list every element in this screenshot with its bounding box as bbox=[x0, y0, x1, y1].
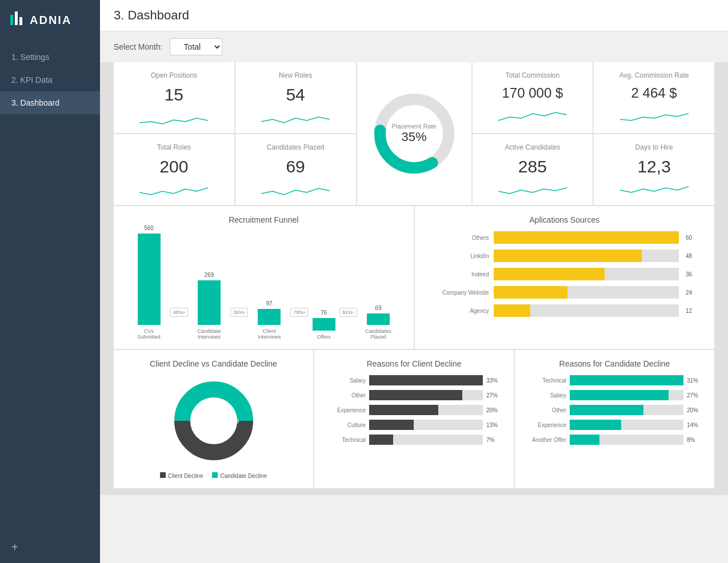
kpi-avg-commission-title: Avg. Commission Rate bbox=[605, 71, 703, 79]
kpi-avg-commission: Avg. Commission Rate 2 464 $ bbox=[594, 62, 714, 133]
cand-reason-another-offer: Another Offer 8% bbox=[526, 435, 703, 445]
source-linkedin: LinkdIn 48 bbox=[432, 250, 698, 262]
kpi-total-commission-value: 170 000 $ bbox=[484, 85, 582, 101]
kpi-total-roles-value: 200 bbox=[125, 157, 223, 176]
kpi-open-positions-title: Open Positions bbox=[125, 71, 223, 79]
donut-title: Placement Rate bbox=[391, 123, 436, 130]
cand-reason-other: Other 20% bbox=[526, 405, 703, 415]
reasons-candidate-title: Reasons for Candidate Decline bbox=[526, 359, 703, 368]
kpi-new-roles: New Roles 54 bbox=[235, 62, 356, 133]
kpi-active-candidates: Active Candidates 285 bbox=[473, 134, 593, 205]
decline-legend: Client Decline Candidate Decline bbox=[160, 472, 267, 479]
donut-label: Placement Rate 35% bbox=[391, 123, 436, 144]
reasons-candidate-card: Reasons for Candidate Decline Technical … bbox=[515, 350, 714, 488]
kpi-new-roles-value: 54 bbox=[247, 85, 345, 104]
kpi-new-roles-title: New Roles bbox=[247, 71, 345, 79]
reasons-client-chart: Salary 33% Other 27% Experience bbox=[326, 375, 502, 445]
source-indeed: Indeed 36 bbox=[432, 268, 698, 280]
funnel-bar-offers: 76 Offers bbox=[313, 309, 335, 340]
arrow-2: 36%› bbox=[230, 308, 248, 340]
sidebar: ADNIA 1. Settings 2. KPI Data 3. Dashboa… bbox=[0, 0, 100, 563]
kpi-placement-rate: Placement Rate 35% bbox=[357, 62, 471, 205]
add-button[interactable]: + bbox=[0, 532, 100, 563]
kpi-avg-commission-value: 2 464 $ bbox=[605, 85, 703, 101]
source-company-website: Company Website 24 bbox=[432, 286, 698, 299]
kpi-candidates-placed-title: Candidates Placed bbox=[247, 143, 345, 151]
kpi-total-roles: Total Roles 200 bbox=[114, 134, 234, 205]
sidebar-item-settings[interactable]: 1. Settings bbox=[0, 46, 100, 69]
donut-chart: Placement Rate 35% bbox=[369, 88, 460, 179]
svg-rect-0 bbox=[10, 15, 13, 25]
kpi-section: Open Positions 15 New Roles 54 Placement bbox=[100, 62, 728, 205]
decline-donut-card: Client Decline vs Candidate Decline 50% … bbox=[114, 350, 313, 488]
kpi-total-commission: Total Commission 170 000 $ bbox=[473, 62, 593, 133]
reasons-client-title: Reasons for Client Decline bbox=[326, 359, 502, 368]
reason-culture: Culture 13% bbox=[326, 420, 502, 430]
reason-technical: Technical 7% bbox=[326, 435, 502, 445]
decline-donut-wrap: 50% 50% Client Decline Candidate Decline bbox=[125, 375, 302, 479]
kpi-days-to-hire: Days to Hire 12,3 bbox=[594, 134, 714, 205]
source-agency: Agency 12 bbox=[432, 304, 698, 317]
kpi-active-candidates-value: 285 bbox=[484, 157, 582, 176]
cand-reason-experience: Experience 14% bbox=[526, 420, 703, 430]
kpi-days-to-hire-value: 12,3 bbox=[605, 157, 703, 176]
reasons-candidate-chart: Technical 31% Salary 27% Other bbox=[526, 375, 703, 445]
kpi-active-candidates-title: Active Candidates bbox=[484, 143, 582, 151]
funnel-title: Recruitment Funnel bbox=[125, 215, 402, 224]
nav-menu: 1. Settings 2. KPI Data 3. Dashboard bbox=[0, 46, 100, 114]
main-content: 3. Dashboard Select Month: Total Open Po… bbox=[100, 0, 728, 563]
reason-other: Other 27% bbox=[326, 390, 502, 400]
app-sources-title: Aplications Sources bbox=[426, 215, 703, 224]
kpi-total-roles-title: Total Roles bbox=[125, 143, 223, 151]
svg-text:50%: 50% bbox=[225, 417, 239, 425]
funnel-bar-client-interviews: 97 Client Interviews bbox=[252, 300, 286, 340]
reason-experience: Experience 20% bbox=[326, 405, 502, 415]
svg-rect-2 bbox=[19, 17, 22, 25]
funnel-bar-interviews: 269 Candidate Interviews bbox=[192, 272, 226, 340]
bottom-section: Client Decline vs Candidate Decline 50% … bbox=[100, 349, 728, 495]
sparkline-new-roles bbox=[247, 110, 345, 127]
recruitment-funnel-card: Recruitment Funnel 560 CVs Submitted 48%… bbox=[114, 206, 414, 349]
decline-title: Client Decline vs Candidate Decline bbox=[125, 359, 302, 368]
sparkline-candidates-placed bbox=[247, 182, 345, 199]
reasons-client-card: Reasons for Client Decline Salary 33% Ot… bbox=[314, 350, 514, 488]
kpi-total-commission-title: Total Commission bbox=[484, 71, 582, 79]
source-others: Others 60 bbox=[432, 231, 698, 244]
funnel-bar-placed: 69 Candidates Placed bbox=[361, 305, 395, 340]
sidebar-item-dashboard[interactable]: 3. Dashboard bbox=[0, 91, 100, 114]
month-select[interactable]: Total bbox=[170, 38, 222, 55]
kpi-candidates-placed: Candidates Placed 69 bbox=[235, 134, 356, 205]
sparkline-total-roles bbox=[125, 182, 223, 199]
svg-rect-1 bbox=[15, 11, 18, 25]
brand-name: ADNIA bbox=[30, 14, 71, 27]
reason-salary: Salary 33% bbox=[326, 375, 502, 385]
arrow-1: 48%› bbox=[170, 308, 188, 340]
donut-value: 35% bbox=[391, 130, 436, 144]
sidebar-item-kpi[interactable]: 2. KPI Data bbox=[0, 69, 100, 91]
arrow-4: 91%› bbox=[339, 308, 357, 340]
svg-text:50%: 50% bbox=[191, 417, 205, 425]
kpi-open-positions-value: 15 bbox=[125, 85, 223, 104]
sparkline-open-positions bbox=[125, 110, 223, 127]
filter-label: Select Month: bbox=[114, 42, 163, 51]
page-header: 3. Dashboard bbox=[100, 0, 728, 31]
charts-section: Recruitment Funnel 560 CVs Submitted 48%… bbox=[100, 205, 728, 349]
kpi-candidates-placed-value: 69 bbox=[247, 157, 345, 176]
filter-bar: Select Month: Total bbox=[100, 31, 728, 62]
app-sources-chart: Others 60 LinkdIn 48 Indeed bbox=[426, 231, 703, 317]
cand-reason-technical: Technical 31% bbox=[526, 375, 703, 385]
logo-icon bbox=[9, 10, 25, 30]
sparkline-days-to-hire bbox=[605, 182, 703, 199]
funnel-bar-cvs: 560 CVs Submitted bbox=[132, 225, 166, 340]
logo-area: ADNIA bbox=[0, 0, 100, 40]
kpi-days-to-hire-title: Days to Hire bbox=[605, 143, 703, 151]
app-sources-card: Aplications Sources Others 60 LinkdIn 48 bbox=[415, 206, 715, 349]
sparkline-active-candidates bbox=[484, 182, 582, 199]
arrow-3: 78%› bbox=[290, 308, 308, 340]
kpi-open-positions: Open Positions 15 bbox=[114, 62, 234, 133]
sparkline-avg-commission bbox=[605, 107, 703, 124]
cand-reason-salary: Salary 27% bbox=[526, 390, 703, 400]
page-title: 3. Dashboard bbox=[114, 8, 714, 23]
sparkline-commission bbox=[484, 107, 582, 124]
